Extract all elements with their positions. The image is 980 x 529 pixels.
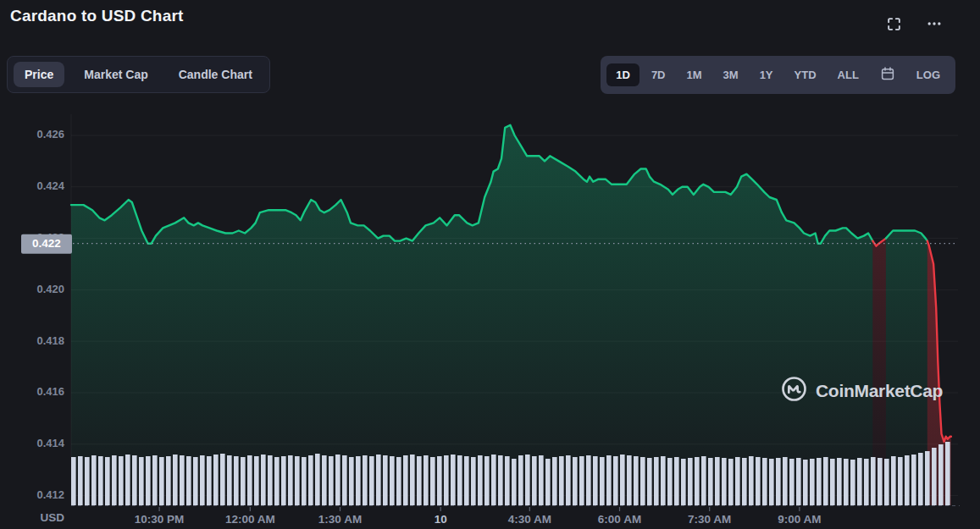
tab-market-cap[interactable]: Market Cap — [73, 62, 158, 87]
svg-text:0.416: 0.416 — [36, 385, 64, 398]
chart-module: Cardano to USD Chart Price Market Cap Ca… — [0, 0, 980, 529]
svg-text:0.418: 0.418 — [36, 334, 64, 347]
page-title: Cardano to USD Chart — [10, 7, 184, 25]
svg-text:9:00 AM: 9:00 AM — [778, 513, 821, 526]
range-1y[interactable]: 1Y — [750, 63, 783, 86]
calendar-icon — [880, 66, 895, 84]
current-price-label: 0.422 — [21, 234, 72, 254]
svg-text:12:00 AM: 12:00 AM — [225, 513, 275, 526]
svg-text:0.414: 0.414 — [36, 437, 64, 449]
range-1m[interactable]: 1M — [678, 63, 711, 86]
fullscreen-icon[interactable] — [885, 15, 902, 32]
tab-price[interactable]: Price — [14, 62, 64, 87]
svg-text:10: 10 — [435, 513, 447, 526]
chart-type-tabs: Price Market Cap Candle Chart — [7, 56, 270, 93]
range-7d[interactable]: 7D — [642, 63, 675, 86]
log-scale-toggle[interactable]: LOG — [907, 63, 950, 86]
more-options-icon[interactable] — [926, 15, 943, 32]
svg-text:0.420: 0.420 — [36, 283, 64, 295]
chart-toolbar: Price Market Cap Candle Chart 1D 7D 1M 3… — [0, 56, 980, 95]
header-icons — [885, 15, 943, 32]
svg-text:0.426: 0.426 — [36, 128, 64, 141]
svg-text:6:00 AM: 6:00 AM — [598, 513, 641, 526]
range-tabs: 1D 7D 1M 3M 1Y YTD ALL LOG — [601, 56, 955, 94]
chart-header: Cardano to USD Chart — [0, 0, 980, 47]
svg-text:4:30 AM: 4:30 AM — [508, 513, 551, 526]
area-fills — [71, 125, 951, 505]
svg-text:0.412: 0.412 — [36, 488, 64, 501]
unit-label: USD — [40, 511, 64, 524]
svg-text:7:30 AM: 7:30 AM — [688, 513, 731, 526]
calendar-button[interactable] — [871, 61, 905, 89]
range-1d[interactable]: 1D — [606, 63, 639, 86]
range-3m[interactable]: 3M — [714, 63, 748, 86]
x-axis: 10:30 PM12:00 AM1:30 AM104:30 AM6:00 AM7… — [71, 506, 960, 526]
svg-text:0.424: 0.424 — [36, 179, 64, 192]
svg-text:1:30 AM: 1:30 AM — [318, 513, 362, 526]
range-ytd[interactable]: YTD — [785, 63, 826, 86]
tab-candle-chart[interactable]: Candle Chart — [168, 62, 263, 87]
svg-text:10:30 PM: 10:30 PM — [135, 513, 185, 526]
svg-text:0.422: 0.422 — [32, 237, 61, 250]
y-axis-labels: 0.4260.4240.4220.4200.4180.4160.4140.412 — [36, 128, 64, 501]
range-all[interactable]: ALL — [828, 63, 868, 86]
